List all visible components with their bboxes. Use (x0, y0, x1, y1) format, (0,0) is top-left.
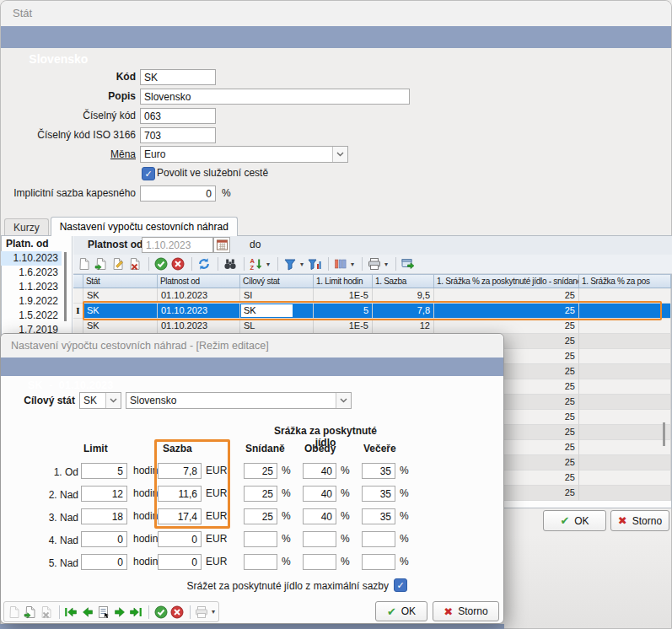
print-icon (195, 605, 209, 619)
next-record-icon[interactable] (112, 605, 126, 619)
cilovy-stat-name-combobox[interactable]: Slovensko (126, 392, 352, 409)
print-dropdown-icon[interactable]: ▾ (384, 261, 388, 268)
obedy-input[interactable] (303, 463, 336, 479)
limit-input[interactable] (81, 554, 127, 570)
snidane-input[interactable] (244, 508, 277, 524)
snidane-input[interactable] (244, 486, 277, 502)
limit-input[interactable] (81, 486, 127, 502)
table-header[interactable]: StátPlatnost odCílový stat1. Limit hodin… (73, 274, 671, 288)
srazet-checkbox[interactable] (394, 578, 407, 592)
first-record-icon[interactable] (64, 605, 78, 619)
filter-icon[interactable] (282, 257, 298, 271)
table-row[interactable]: SK01.10.2023SI1E-59,525 (73, 288, 671, 304)
sazba-input[interactable] (158, 508, 202, 524)
sazba-input[interactable] (158, 486, 202, 502)
table-cell: 5 (314, 304, 373, 319)
copy-record-icon[interactable] (94, 257, 109, 271)
sazba-input[interactable] (158, 531, 202, 547)
export-icon[interactable] (401, 257, 416, 271)
edit-record-icon[interactable] (110, 257, 126, 271)
cancel-icon[interactable] (170, 257, 185, 271)
search-icon[interactable] (223, 257, 238, 271)
limit-unit-label: hodin (133, 531, 158, 547)
cancel-icon[interactable] (169, 605, 184, 619)
snidane-unit-label: % (282, 508, 291, 524)
prev-record-icon[interactable] (80, 605, 94, 619)
dialog-storno-button[interactable]: ✖ Storno (433, 601, 499, 621)
ok-button[interactable]: ✔ OK (543, 510, 606, 531)
date-list-item[interactable]: 1.1.2023 (1, 280, 62, 294)
vecere-input[interactable] (362, 486, 395, 502)
table-row[interactable]: ISK01.10.2023SK57,825 (73, 304, 671, 319)
chevron-down-icon[interactable] (105, 393, 121, 408)
snidane-input[interactable] (244, 531, 277, 547)
table-row[interactable]: SK01.10.2023SL1E-51225 (73, 319, 671, 334)
iso-kod-input[interactable] (140, 127, 216, 143)
record-list-icon[interactable] (96, 605, 110, 619)
sort-az-dropdown-icon[interactable]: ▾ (266, 261, 270, 268)
limit-input[interactable] (81, 508, 127, 524)
table-column-header[interactable]: 1. Sazba (373, 275, 434, 288)
tab-kurzy[interactable]: Kurzy (4, 218, 49, 235)
cilovy-stat-code-combobox[interactable]: SK (79, 392, 121, 409)
chevron-down-icon[interactable] (336, 393, 351, 408)
platnost-od-input[interactable] (142, 237, 213, 253)
date-list-item[interactable]: 1.6.2023 (1, 266, 62, 280)
sazba-input[interactable] (158, 463, 202, 479)
limit-input[interactable] (81, 531, 127, 547)
columns-icon[interactable] (333, 257, 348, 271)
filter-dropdown-icon[interactable]: ▾ (300, 261, 304, 268)
dialog-titlebar[interactable]: Nastavení výpočtu cestovních náhrad - [R… (1, 334, 503, 358)
refresh-icon[interactable] (196, 257, 212, 271)
last-record-icon[interactable] (128, 605, 142, 619)
snidane-input[interactable] (244, 463, 277, 479)
print-dropdown-icon[interactable]: ▾ (212, 608, 215, 616)
vecere-input[interactable] (362, 531, 395, 547)
table-column-header[interactable]: Platnost od (158, 275, 240, 288)
vecere-input[interactable] (362, 508, 395, 524)
kod-input[interactable] (140, 69, 216, 85)
sazba-unit-label: EUR (206, 463, 227, 479)
copy-record-icon[interactable] (23, 605, 37, 619)
sort-az-icon[interactable]: AZ (249, 257, 264, 271)
storno-button[interactable]: ✖ Storno (610, 510, 669, 531)
vecere-input[interactable] (362, 463, 395, 479)
povolit-checkbox[interactable] (142, 167, 155, 180)
ciselny-kod-input[interactable] (140, 108, 216, 124)
sazba-input[interactable] (158, 554, 202, 570)
table-column-header[interactable]: Stát (83, 275, 158, 288)
popis-input[interactable] (140, 89, 410, 105)
vecere-input[interactable] (362, 554, 395, 570)
accept-icon[interactable] (153, 605, 168, 619)
table-column-header[interactable]: 1. Srážka % za pos (579, 275, 671, 288)
kapesne-input[interactable] (140, 185, 216, 202)
table-column-header[interactable]: 1. Limit hodin (314, 275, 373, 288)
table-column-header[interactable]: 1. Srážka % za poskytnuté jídlo - snídan… (434, 275, 579, 288)
filter-chart-icon[interactable] (307, 257, 322, 271)
dialog-ok-button[interactable]: ✔ OK (375, 601, 427, 621)
delete-record-icon[interactable] (127, 257, 142, 271)
table-scrollbar-thumb[interactable] (663, 422, 665, 446)
tab-nastaveni-nahrad[interactable]: Nastavení vypočtu cestovních náhrad (51, 217, 238, 236)
limit-input[interactable] (81, 463, 127, 479)
calendar-icon[interactable] (213, 237, 230, 253)
obedy-input[interactable] (303, 486, 336, 502)
new-record-icon[interactable] (77, 257, 92, 271)
print-icon[interactable] (367, 257, 382, 271)
mena-label[interactable]: Měna (1, 146, 136, 163)
obedy-input[interactable] (303, 508, 336, 524)
date-list-item[interactable]: 1.10.2023 (1, 251, 62, 266)
obedy-input[interactable] (303, 531, 336, 547)
date-list-item[interactable]: 1.5.2022 (1, 309, 62, 323)
date-list-item[interactable]: 1.9.2022 (1, 294, 62, 309)
left-scrollbar-thumb[interactable] (64, 252, 67, 321)
snidane-input[interactable] (244, 554, 277, 570)
table-column-header[interactable]: Cílový stat (240, 275, 314, 288)
inline-edit-cell[interactable]: SK (241, 304, 293, 317)
window-titlebar[interactable]: Stát (1, 1, 671, 26)
columns-dropdown-icon[interactable]: ▾ (351, 261, 354, 268)
accept-icon[interactable] (153, 257, 169, 271)
chevron-down-icon[interactable] (332, 147, 347, 162)
mena-combobox[interactable]: Euro (140, 146, 348, 163)
obedy-input[interactable] (303, 554, 336, 570)
